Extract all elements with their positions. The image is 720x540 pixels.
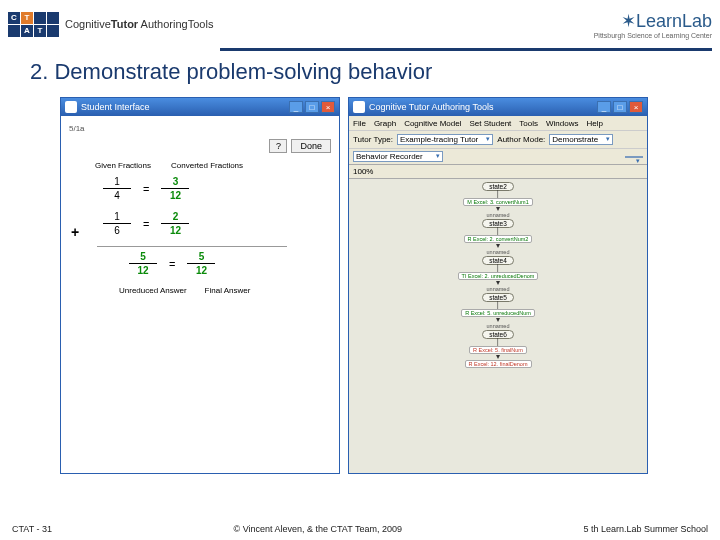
ctat-authoring-window: Cognitive Tutor Authoring Tools _ □ × Fi… (348, 97, 648, 474)
footer-left: CTAT - 31 (12, 524, 52, 534)
equals-sign: = (143, 183, 149, 195)
footer-center: © Vincent Aleven, & the CTAT Team, 2009 (234, 524, 402, 534)
author-mode-label: Author Mode: (497, 135, 545, 144)
logo-box (47, 25, 59, 37)
equals-sign: = (143, 218, 149, 230)
footer-right: 5 th Learn.Lab Summer School (583, 524, 708, 534)
slide-title: 2. Demonstrate problem-solving behavior (0, 51, 720, 97)
answer-label: Final Answer (205, 286, 251, 295)
logo-letter: T (21, 12, 33, 24)
maximize-button[interactable]: □ (613, 101, 627, 113)
numerator[interactable]: 3 (163, 176, 187, 187)
numerator[interactable]: 5 (131, 251, 155, 262)
edge-label: unnamed (487, 249, 510, 255)
done-button[interactable]: Done (291, 139, 331, 153)
graph-edge[interactable]: R Excel: 12. finalDenom (465, 360, 532, 368)
denominator[interactable]: 6 (105, 225, 129, 236)
numerator[interactable]: 5 (189, 251, 213, 262)
col-header: Converted Fractions (171, 161, 243, 170)
logo-letter: C (8, 12, 20, 24)
learnlab-logo: ✶LearnLab Pittsburgh Science of Learning… (594, 10, 712, 39)
logo-letter: A (21, 25, 33, 37)
denominator[interactable]: 12 (163, 190, 187, 201)
dropdown-icon[interactable] (625, 156, 643, 158)
menu-item[interactable]: File (353, 119, 366, 128)
student-interface-window: Student Interface _ □ × 5/1a ? Done Give… (60, 97, 340, 474)
app-icon (353, 101, 365, 113)
menu-item[interactable]: Tools (519, 119, 538, 128)
numerator[interactable]: 2 (163, 211, 187, 222)
minimize-button[interactable]: _ (597, 101, 611, 113)
zoom-level[interactable]: 100% (349, 165, 647, 179)
numerator[interactable]: 1 (105, 176, 129, 187)
titlebar[interactable]: Cognitive Tutor Authoring Tools _ □ × (349, 98, 647, 116)
logo-box (34, 12, 46, 24)
window-title: Cognitive Tutor Authoring Tools (369, 102, 597, 112)
slide-footer: CTAT - 31 © Vincent Aleven, & the CTAT T… (0, 524, 720, 534)
denominator[interactable]: 12 (163, 225, 187, 236)
menu-item[interactable]: Set Student (470, 119, 512, 128)
menu-item[interactable]: Cognitive Model (404, 119, 461, 128)
denominator[interactable]: 12 (131, 265, 155, 276)
edge-label: unnamed (487, 286, 510, 292)
equals-sign: = (169, 258, 175, 270)
app-icon (65, 101, 77, 113)
ctat-title: CognitiveTutor AuthoringTools (65, 18, 213, 30)
logo-letter: T (34, 25, 46, 37)
edge-label: unnamed (487, 212, 510, 218)
window-title: Student Interface (81, 102, 289, 112)
col-header: Given Fractions (95, 161, 151, 170)
denominator[interactable]: 12 (189, 265, 213, 276)
header-bar: C T A T CognitiveTutor AuthoringTools ✶L… (0, 0, 720, 48)
plus-sign: + (71, 224, 79, 240)
ctat-logo: C T A T CognitiveTutor AuthoringTools (8, 12, 213, 37)
logo-box (8, 25, 20, 37)
close-button[interactable]: × (321, 101, 335, 113)
denominator[interactable]: 4 (105, 190, 129, 201)
hint-button[interactable]: ? (269, 139, 287, 153)
menu-item[interactable]: Graph (374, 119, 396, 128)
close-button[interactable]: × (629, 101, 643, 113)
answer-label: Unreduced Answer (119, 286, 187, 295)
tutor-type-label: Tutor Type: (353, 135, 393, 144)
logo-box (47, 12, 59, 24)
menu-item[interactable]: Windows (546, 119, 578, 128)
titlebar[interactable]: Student Interface _ □ × (61, 98, 339, 116)
toolbar: Tutor Type: Example-tracing Tutor Author… (349, 131, 647, 149)
problem-id: 5/1a (69, 124, 331, 133)
menu-bar: File Graph Cognitive Model Set Student T… (349, 116, 647, 131)
numerator[interactable]: 1 (105, 211, 129, 222)
menu-item[interactable]: Help (586, 119, 602, 128)
author-mode-select[interactable]: Demonstrate (549, 134, 613, 145)
tutor-type-select[interactable]: Example-tracing Tutor (397, 134, 493, 145)
minimize-button[interactable]: _ (289, 101, 303, 113)
edge-label: unnamed (487, 323, 510, 329)
maximize-button[interactable]: □ (305, 101, 319, 113)
behavior-graph[interactable]: state2 │ M Excel: 3. convertNum1 ▾ unnam… (349, 179, 647, 473)
behavior-recorder-select[interactable]: Behavior Recorder (353, 151, 443, 162)
